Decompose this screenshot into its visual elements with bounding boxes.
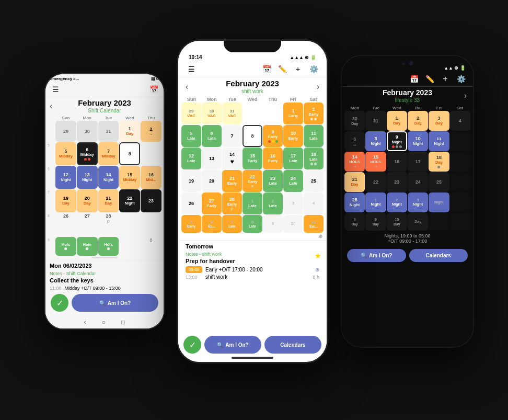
cal-cell[interactable]: 18 Late bbox=[304, 147, 324, 169]
prev-arrow-left[interactable]: ‹ bbox=[50, 101, 52, 111]
add-icon-right[interactable]: + bbox=[440, 73, 451, 85]
am-i-on-button-center[interactable]: 🔍 Am I On? bbox=[204, 336, 261, 354]
cal-cell[interactable]: 27 Early bbox=[202, 192, 222, 214]
cal-cell[interactable]: 15 Early bbox=[243, 147, 262, 169]
settings-icon-right[interactable]: ⚙️ bbox=[455, 73, 467, 85]
cal-cell[interactable]: 1 Early bbox=[283, 103, 303, 124]
cal-cell[interactable]: 30Day bbox=[344, 111, 365, 131]
cal-cell[interactable]: 14HOLS→ bbox=[344, 152, 365, 172]
cal-cell[interactable]: 2 Early bbox=[304, 103, 324, 124]
calendars-button-right[interactable]: Calendars bbox=[409, 249, 468, 262]
cal-cell[interactable]: 26 bbox=[55, 213, 76, 236]
cal-cell[interactable]: 1 Late bbox=[243, 192, 262, 214]
cal-cell[interactable]: 10 bbox=[283, 215, 303, 233]
cal-cell[interactable]: 10 Early bbox=[283, 125, 303, 147]
cal-cell[interactable]: 21 Day bbox=[98, 189, 119, 212]
cal-cell[interactable]: 28 Early p bbox=[222, 192, 242, 214]
cal-cell[interactable]: 7 Late bbox=[222, 215, 242, 233]
edit-icon-center[interactable]: ✏️ bbox=[276, 63, 288, 75]
cal-cell[interactable] bbox=[141, 142, 161, 165]
back-icon[interactable]: ‹ bbox=[84, 319, 86, 326]
cal-cell[interactable]: 5 Early bbox=[181, 215, 201, 233]
cal-cell[interactable]: 22 Night bbox=[119, 189, 140, 212]
cal-cell[interactable]: 30 VAC bbox=[202, 103, 222, 124]
cal-cell[interactable]: 16 bbox=[387, 152, 407, 172]
cal-cell[interactable]: 16 Early bbox=[263, 147, 283, 169]
cal-cell[interactable]: 1Day bbox=[119, 121, 140, 142]
cal-cell[interactable]: 7 Midday bbox=[98, 142, 119, 165]
cal-cell[interactable]: 4 bbox=[304, 192, 324, 214]
cal-cell[interactable]: 8 bbox=[119, 142, 140, 165]
cal-cell[interactable]: 8Day bbox=[344, 213, 365, 231]
cal-cell[interactable]: 23 Late bbox=[263, 170, 283, 192]
cal-cell[interactable]: 16 Mid... bbox=[141, 166, 161, 189]
cal-cell[interactable]: 10Night bbox=[408, 131, 428, 151]
cal-cell[interactable]: 6... bbox=[344, 131, 365, 151]
calendars-button-center[interactable]: Calendars bbox=[264, 336, 321, 354]
cal-cell[interactable]: 3Day bbox=[429, 111, 449, 131]
cal-cell[interactable]: 2 Late bbox=[263, 192, 283, 214]
cal-cell[interactable]: 9 Early bbox=[263, 125, 283, 147]
cal-cell[interactable]: 19 Day bbox=[55, 189, 76, 212]
cal-cell[interactable]: 5 Midday bbox=[55, 142, 76, 165]
cal-cell[interactable]: 11Night bbox=[429, 131, 449, 151]
cal-cell[interactable]: 13 bbox=[202, 147, 222, 169]
cal-cell[interactable]: 1Night bbox=[365, 192, 386, 212]
cal-cell[interactable]: 1Day bbox=[387, 111, 407, 131]
am-i-on-button-right[interactable]: 🔍 Am I On? bbox=[347, 249, 406, 262]
cal-cell[interactable]: 6 Ea... bbox=[202, 215, 222, 233]
am-i-on-button-left[interactable]: 🔍 Am I On? bbox=[72, 294, 158, 312]
cal-cell[interactable]: 5 Late bbox=[181, 125, 201, 147]
calendar-icon-right[interactable]: 📅 bbox=[408, 73, 420, 85]
cal-cell[interactable]: 21Day bbox=[344, 172, 365, 192]
cal-cell[interactable]: 17 Late bbox=[283, 147, 303, 169]
cal-cell[interactable]: 23 bbox=[141, 189, 161, 212]
cal-cell[interactable]: 22 Early p bbox=[243, 170, 262, 192]
cal-cell[interactable]: 25 bbox=[429, 172, 449, 192]
cal-cell[interactable]: 24 bbox=[408, 172, 428, 192]
edit-icon-right[interactable]: ✏️ bbox=[424, 73, 435, 85]
cal-cell[interactable]: 29 bbox=[55, 121, 76, 142]
cal-cell[interactable]: 8Night bbox=[365, 131, 386, 151]
hamburger-icon[interactable]: ☰ bbox=[50, 84, 61, 95]
hamburger-icon-center[interactable]: ☰ bbox=[186, 63, 197, 75]
cal-cell[interactable]: 31 bbox=[365, 111, 386, 131]
cal-cell[interactable]: 20 Day bbox=[77, 189, 98, 212]
cal-cell[interactable]: 31 VAC bbox=[222, 103, 242, 124]
cal-cell[interactable]: 17 bbox=[408, 152, 428, 172]
cal-cell[interactable]: 26 bbox=[181, 192, 201, 214]
cal-cell[interactable]: 31 bbox=[98, 121, 119, 142]
cal-cell[interactable]: 2Night bbox=[387, 192, 407, 212]
cal-cell[interactable]: 14 ♥ bbox=[222, 147, 242, 169]
cal-cell-selected[interactable]: 9 Night bbox=[387, 131, 407, 151]
cal-cell[interactable]: 28p bbox=[98, 213, 119, 236]
cal-cell[interactable]: 2Day bbox=[408, 111, 428, 131]
check-button-left[interactable]: ✓ bbox=[51, 294, 68, 312]
cal-cell[interactable]: 21 Early bbox=[222, 170, 242, 192]
cal-cell[interactable]: 13 Night bbox=[77, 166, 98, 189]
cal-cell[interactable]: Hols bbox=[55, 237, 76, 256]
cal-cell[interactable]: 10Day bbox=[387, 213, 407, 231]
cal-cell[interactable]: 18Day bbox=[429, 152, 449, 172]
recents-icon[interactable]: □ bbox=[121, 319, 125, 326]
settings-icon-center[interactable]: ⚙️ bbox=[308, 63, 319, 75]
cal-cell[interactable]: 3 bbox=[283, 192, 303, 214]
cal-cell-today[interactable]: 8 bbox=[243, 125, 262, 147]
next-arrow-center[interactable]: › bbox=[317, 82, 319, 92]
next-arrow-right[interactable]: › bbox=[464, 91, 467, 100]
cal-cell-today[interactable]: 6 Midday bbox=[77, 142, 98, 165]
cal-cell[interactable]: 7 bbox=[222, 125, 242, 147]
cal-cell[interactable]: 23 bbox=[387, 172, 407, 192]
cal-cell[interactable]: 15 Midday bbox=[119, 166, 140, 189]
home-icon[interactable]: ○ bbox=[102, 319, 106, 326]
cal-cell[interactable]: 4 bbox=[450, 111, 470, 131]
cal-cell[interactable]: Hols bbox=[98, 237, 119, 256]
cal-cell[interactable]: 30 bbox=[77, 121, 98, 142]
cal-cell[interactable]: 2→ bbox=[141, 121, 161, 142]
cal-cell[interactable]: 6 Late bbox=[202, 125, 222, 147]
cal-cell[interactable]: 14 Night bbox=[98, 166, 119, 189]
cal-cell[interactable]: 25 bbox=[304, 170, 324, 192]
check-button-center[interactable]: ✓ bbox=[183, 336, 201, 354]
cal-cell[interactable]: 27 bbox=[77, 213, 98, 236]
cal-cell[interactable]: 29 VAC bbox=[181, 103, 201, 124]
